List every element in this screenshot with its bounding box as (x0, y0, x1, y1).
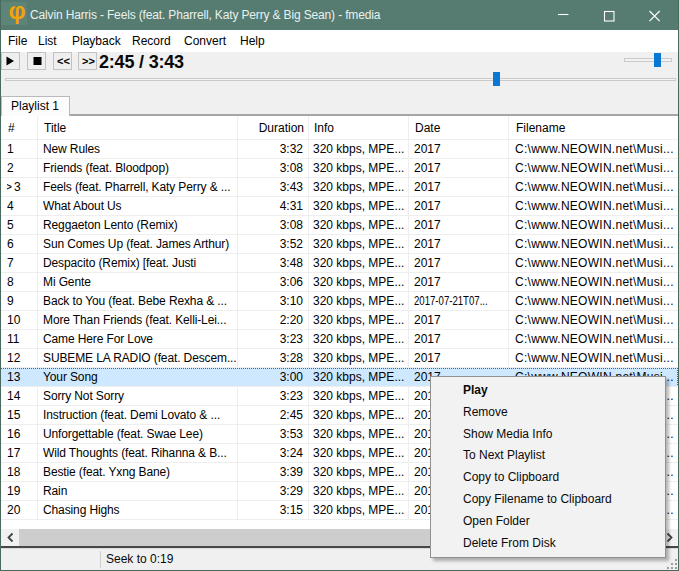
svg-text:<<: << (57, 55, 70, 67)
svg-text:>>: >> (82, 55, 95, 67)
